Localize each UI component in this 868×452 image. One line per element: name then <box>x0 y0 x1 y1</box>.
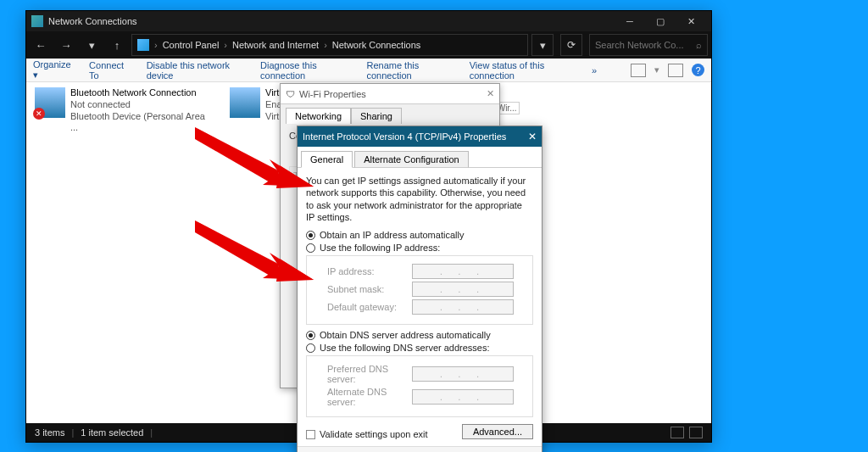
tcp-dialog-header[interactable]: Internet Protocol Version 4 (TCP/IPv4) P… <box>298 126 542 147</box>
window-icon <box>31 15 43 27</box>
search-box[interactable]: ⌕ <box>589 34 708 56</box>
breadcrumb-dropdown[interactable]: ▾ <box>531 34 554 56</box>
help-button[interactable]: ? <box>692 64 704 76</box>
radio-ip-manual[interactable]: Use the following IP address: <box>306 243 533 253</box>
breadcrumb-control-panel[interactable]: Control Panel <box>159 40 223 50</box>
wifi-dialog-title: Wi-Fi Properties <box>299 89 366 99</box>
validate-checkbox[interactable] <box>306 430 315 439</box>
radio-dns-manual[interactable]: Use the following DNS server addresses: <box>306 343 533 353</box>
maximize-button[interactable]: ▢ <box>645 11 676 31</box>
up-button[interactable]: ↑ <box>106 34 128 56</box>
connection-text: Bluetooth Network Connection Not connect… <box>70 87 213 134</box>
ip-manual-group: IP address: . . . Subnet mask: . . . Def… <box>306 255 533 325</box>
cmd-connect[interactable]: Connect To <box>89 60 130 81</box>
svg-marker-5 <box>276 259 314 282</box>
breadcrumb-network-internet[interactable]: Network and Internet <box>229 40 322 50</box>
breadcrumb[interactable]: › Control Panel › Network and Internet ›… <box>131 34 528 56</box>
connection-device: Bluetooth Device (Personal Area ... <box>70 111 213 135</box>
minimize-button[interactable]: ─ <box>615 11 645 31</box>
field-dns-alternate: Alternate DNS server: . . . <box>327 387 526 407</box>
validate-check-row[interactable]: Validate settings upon exit <box>306 429 428 439</box>
dialog-button-row: OK Cancel <box>298 446 542 452</box>
view-icons: ▾ ? <box>631 64 704 77</box>
subnet-input[interactable]: . . . <box>412 282 514 297</box>
navbar: ← → ▾ ↑ › Control Panel › Network and In… <box>26 31 711 59</box>
window-title: Network Connections <box>48 16 615 26</box>
radio-label: Obtain an IP address automatically <box>320 230 464 240</box>
connection-status: Not connected <box>70 99 213 111</box>
wifi-tab-networking[interactable]: Networking <box>286 108 351 124</box>
cmd-disable[interactable]: Disable this network device <box>147 60 243 81</box>
validate-label: Validate settings upon exit <box>320 429 428 439</box>
tcp-description: You can get IP settings assigned automat… <box>306 175 533 223</box>
radio-label: Use the following DNS server addresses: <box>320 343 490 353</box>
bluetooth-icon: ✕ <box>35 87 65 118</box>
command-bar: Organize ▾ Connect To Disable this netwo… <box>26 59 711 82</box>
breadcrumb-icon <box>137 39 149 51</box>
status-icon-1[interactable] <box>670 427 684 438</box>
bottom-row: Validate settings upon exit Advanced... <box>306 424 533 439</box>
alternate-dns-input[interactable]: . . . <box>412 389 514 405</box>
dns-manual-group: Preferred DNS server: . . . Alternate DN… <box>306 355 533 417</box>
field-gateway: Default gateway: . . . <box>327 299 526 315</box>
titlebar: Network Connections ─ ▢ ✕ <box>26 11 711 31</box>
radio-icon[interactable] <box>306 331 315 340</box>
status-icon-2[interactable] <box>689 427 703 438</box>
refresh-button[interactable]: ⟳ <box>560 34 582 56</box>
tcp-body: You can get IP settings assigned automat… <box>298 168 542 446</box>
radio-icon[interactable] <box>306 343 315 353</box>
wifi-tab-sharing[interactable]: Sharing <box>351 108 402 124</box>
connection-item-bluetooth[interactable]: ✕ Bluetooth Network Connection Not conne… <box>35 87 213 134</box>
search-input[interactable] <box>595 40 688 50</box>
radio-label: Use the following IP address: <box>320 243 440 253</box>
breadcrumb-network-connections[interactable]: Network Connections <box>329 40 425 50</box>
radio-dns-auto[interactable]: Obtain DNS server address automatically <box>306 330 533 340</box>
cmd-viewstatus[interactable]: View status of this connection <box>470 60 575 81</box>
status-selected: 1 item selected <box>81 427 143 438</box>
radio-ip-auto[interactable]: Obtain an IP address automatically <box>306 230 533 240</box>
connection-name: Bluetooth Network Connection <box>70 87 213 99</box>
svg-marker-4 <box>195 220 280 276</box>
tcp-close-button[interactable]: ✕ <box>528 131 537 142</box>
wifi-tabs: Networking Sharing <box>281 104 499 124</box>
annotation-arrow-1 <box>195 127 314 195</box>
tcp-dialog-title: Internet Protocol Version 4 (TCP/IPv4) P… <box>303 131 506 142</box>
cmd-organize[interactable]: Organize ▾ <box>33 59 72 81</box>
close-button[interactable]: ✕ <box>676 11 706 31</box>
window-buttons: ─ ▢ ✕ <box>615 11 706 31</box>
status-view-icons <box>670 427 703 438</box>
cmd-more[interactable]: » <box>592 65 597 75</box>
radio-label: Obtain DNS server address automatically <box>320 330 491 340</box>
view-button-1[interactable] <box>631 64 646 77</box>
error-overlay-icon: ✕ <box>33 108 45 120</box>
svg-marker-2 <box>276 165 314 188</box>
wifi-dialog-header: 🛡 Wi-Fi Properties ✕ <box>281 84 499 104</box>
search-icon: ⌕ <box>696 40 702 50</box>
ip-address-input[interactable]: . . . <box>412 264 514 279</box>
back-button[interactable]: ← <box>30 34 52 56</box>
field-subnet: Subnet mask: . . . <box>327 282 526 297</box>
gateway-input[interactable]: . . . <box>412 299 514 315</box>
tcp-tab-alternate[interactable]: Alternate Configuration <box>354 151 469 168</box>
virtualbox-icon <box>230 87 260 118</box>
tcp-tabs: General Alternate Configuration <box>298 147 542 168</box>
cmd-rename[interactable]: Rename this connection <box>366 60 452 81</box>
field-ip-address: IP address: . . . <box>327 264 526 279</box>
preferred-dns-input[interactable]: . . . <box>412 366 514 382</box>
cmd-diagnose[interactable]: Diagnose this connection <box>260 60 349 81</box>
field-dns-preferred: Preferred DNS server: . . . <box>327 364 526 384</box>
forward-button[interactable]: → <box>55 34 77 56</box>
advanced-button[interactable]: Advanced... <box>462 424 533 439</box>
view-button-2[interactable] <box>668 64 683 77</box>
annotation-arrow-2 <box>195 220 314 288</box>
history-dropdown[interactable]: ▾ <box>81 34 103 56</box>
status-count: 3 items <box>35 427 64 438</box>
wifi-close-button[interactable]: ✕ <box>487 88 494 99</box>
svg-marker-1 <box>195 127 280 183</box>
tcp-ipv4-dialog: Internet Protocol Version 4 (TCP/IPv4) P… <box>297 126 542 452</box>
